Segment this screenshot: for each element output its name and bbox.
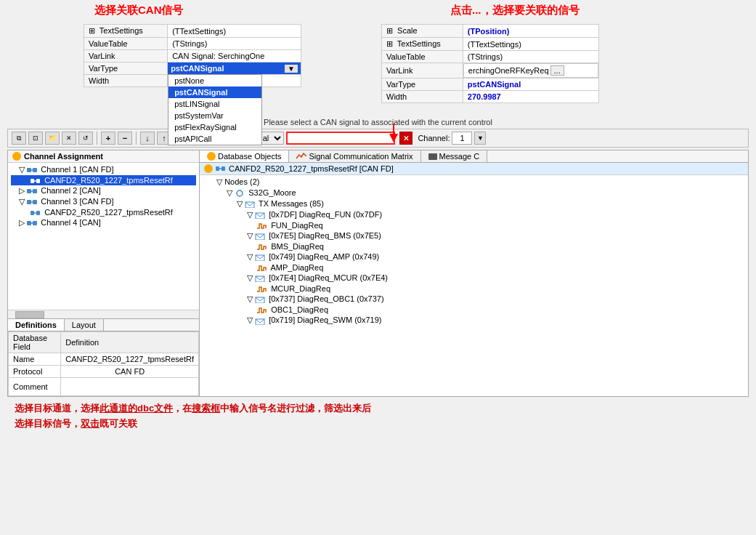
tree-item-channel3[interactable]: ▽ Channel 3 [CAN FD]	[11, 196, 196, 207]
rtree-nodes[interactable]: ▽ Nodes (2)	[203, 177, 745, 188]
tab-message-c[interactable]: Message C	[421, 150, 488, 162]
svg-rect-18	[33, 221, 37, 225]
737-msg-icon	[255, 296, 265, 303]
vartype-value: pstCANSignal	[171, 64, 224, 73]
left-title: 选择关联CAN信号	[94, 4, 184, 17]
table-row: Width 270.9987	[382, 91, 599, 103]
channel4-icon	[27, 220, 37, 227]
vartype-dropdown[interactable]: pstNone pstCANSignal pstLINSignal pstSys…	[168, 74, 262, 145]
varlink-button[interactable]: ...	[550, 65, 564, 76]
tab-definitions[interactable]: Definitions	[8, 319, 65, 331]
rtree-7df[interactable]: ▽ [0x7DF] DiagReq_FUN (0x7DF)	[203, 209, 745, 220]
rtree-749[interactable]: ▽ [0x749] DiagReq_AMP (0x749)	[203, 252, 745, 262]
dropdown-item-pstapicall[interactable]: pstAPICall	[168, 133, 261, 145]
rtree-719[interactable]: ▽ [0x719] DiagReq_SWM (0x719)	[203, 315, 745, 326]
table-row: ValueTable (TStrings)	[382, 51, 599, 63]
rtree-7e5[interactable]: ▽ [0x7E5] DiagReq_BMS (0x7E5)	[203, 230, 745, 241]
737-label: [0x737] DiagReq_OBC1 (0x737)	[269, 294, 383, 303]
tree-item-canfd1[interactable]: CANFD2_R520_1227_tpmsResetRf	[11, 175, 196, 185]
channel4-label: Channel 4 [CAN]	[41, 218, 101, 227]
channel-input[interactable]	[452, 132, 472, 145]
scrollbar-area[interactable]	[8, 310, 199, 318]
rtree-fun[interactable]: FUN_DiagReq	[203, 220, 745, 230]
dropdown-arrow[interactable]: ▼	[285, 65, 298, 73]
tree-item-canfd3[interactable]: CANFD2_R520_1227_tpmsResetRf	[11, 207, 196, 217]
expand-s32g-icon[interactable]: ▽	[227, 188, 232, 197]
toolbar: ⧉ ⊡ 📁 ✕ ↺ + − ↓ ↑ Filtered by: CAN Signa…	[7, 129, 749, 148]
scrollbar-thumb[interactable]	[15, 311, 44, 318]
channel3-icon	[27, 198, 37, 206]
expand-channel4-icon[interactable]: ▷	[19, 218, 25, 227]
channel-label: Channel:	[418, 134, 450, 142]
bottom-instruction: 选择目标通道，选择此通道的dbc文件，在搜索框中输入信号名进行过滤，筛选出来后 …	[7, 397, 749, 436]
s32g-icon	[235, 190, 245, 197]
749-label: [0x749] DiagReq_AMP (0x749)	[269, 252, 379, 261]
channel3-label: Channel 3 [CAN FD]	[41, 197, 113, 206]
txmsg-label: TX Messages (85)	[259, 199, 324, 208]
dropdown-item-pstflexraysignal[interactable]: pstFlexRaySignal	[168, 121, 261, 133]
table-row: VarLink CAN Signal: SerchingOne	[84, 50, 301, 63]
varlink-row: VarLink erchingOneRFKeyReq ...	[382, 63, 599, 79]
channel-dropdown-button[interactable]: ▼	[474, 132, 486, 145]
7df-label: [0x7DF] DiagReq_FUN (0x7DF)	[269, 210, 382, 219]
toolbar-add-button[interactable]: +	[101, 132, 115, 145]
channel2-label: Channel 2 [CAN]	[41, 186, 101, 195]
def-row-comment: Comment	[9, 378, 199, 396]
expand-7e5-icon[interactable]: ▽	[247, 231, 253, 240]
expand-channel3-icon[interactable]: ▽	[19, 197, 25, 206]
dropdown-item-pstlinsignal[interactable]: pstLINSignal	[168, 98, 261, 110]
expand-channel1-icon[interactable]: ▽	[19, 165, 25, 174]
tree-item-channel4[interactable]: ▷ Channel 4 [CAN]	[11, 217, 196, 228]
expand-channel2-icon[interactable]: ▷	[19, 186, 25, 195]
toolbar-folder-button[interactable]: 📁	[45, 132, 60, 145]
expand-737-icon[interactable]: ▽	[247, 294, 253, 303]
main-panels: Channel Assignment ▽ Channel 1 [CAN FD]	[7, 150, 749, 397]
svg-rect-21	[221, 166, 225, 171]
obc1-label: OBC1_DiagReq	[271, 305, 328, 314]
dropdown-item-pstnone[interactable]: pstNone	[168, 75, 261, 87]
rtree-obc1[interactable]: OBC1_DiagReq	[203, 305, 745, 315]
rtree-s32g[interactable]: ▽ S32G_Moore	[203, 188, 745, 198]
table-row: ⊞ TextSettings (TTextSettings)	[382, 38, 599, 51]
def-value-name: CANFD2_R520_1227_tpmsResetRf	[61, 353, 199, 366]
rtree-7e4[interactable]: ▽ [0x7E4] DiagReq_MCUR (0x7E4)	[203, 273, 745, 283]
bottom-text-line1: 选择目标通道，选择此通道的dbc文件，在搜索框中输入信号名进行过滤，筛选出来后	[15, 401, 741, 417]
col-header-definition: Definition	[61, 332, 199, 353]
obc1-signal-icon	[257, 307, 267, 314]
dropdown-item-pstsystemvar[interactable]: pstSystemVar	[168, 110, 261, 121]
tab-layout[interactable]: Layout	[65, 319, 104, 331]
tab-signal-matrix[interactable]: Signal Communication Matrix	[289, 150, 420, 162]
rtree-737[interactable]: ▽ [0x737] DiagReq_OBC1 (0x737)	[203, 294, 745, 305]
tree-item-channel1[interactable]: ▽ Channel 1 [CAN FD]	[11, 164, 196, 175]
svg-rect-6	[36, 179, 40, 183]
toolbar-remove-button[interactable]: −	[118, 132, 132, 145]
tree-item-channel2[interactable]: ▷ Channel 2 [CAN]	[11, 185, 196, 196]
right-title: 点击...，选择要关联的信号	[450, 4, 580, 17]
rtree-mcur[interactable]: MCUR_DiagReq	[203, 283, 745, 294]
toolbar-copy1-button[interactable]: ⧉	[12, 132, 26, 145]
expand-nodes-icon[interactable]: ▽	[216, 177, 222, 186]
expand-7e4-icon[interactable]: ▽	[247, 273, 253, 282]
right-panel: Database Objects Signal Communication Ma…	[200, 150, 749, 397]
rtree-bms[interactable]: BMS_DiagReq	[203, 241, 745, 252]
expand-txmsg-icon[interactable]: ▽	[237, 199, 243, 208]
7e4-msg-icon	[255, 275, 265, 282]
mcur-label: MCUR_DiagReq	[271, 284, 330, 293]
toolbar-refresh-button[interactable]: ↺	[78, 132, 93, 145]
vartype-row[interactable]: VarType pstCANSignal ▼ pstNone pstCANSig…	[84, 63, 301, 75]
expand-7df-icon[interactable]: ▽	[247, 210, 253, 219]
toolbar-copy2-button[interactable]: ⊡	[28, 132, 43, 145]
svg-rect-8	[27, 189, 31, 193]
toolbar-delete-button[interactable]: ✕	[62, 132, 76, 145]
rtree-amp[interactable]: AMP_DiagReq	[203, 262, 745, 273]
def-value-comment	[61, 378, 199, 396]
svg-rect-3	[33, 168, 37, 172]
toolbar-down-button[interactable]: ↓	[140, 132, 155, 145]
tab-database-objects[interactable]: Database Objects	[200, 150, 289, 162]
channel-assignment-header: Channel Assignment	[8, 150, 199, 163]
dropdown-item-pstcansignal[interactable]: pstCANSignal	[168, 87, 261, 98]
col-header-field: Database Field	[9, 332, 61, 353]
rtree-txmsg[interactable]: ▽ TX Messages (85)	[203, 198, 745, 209]
expand-749-icon[interactable]: ▽	[247, 252, 253, 261]
expand-719-icon[interactable]: ▽	[247, 315, 253, 324]
